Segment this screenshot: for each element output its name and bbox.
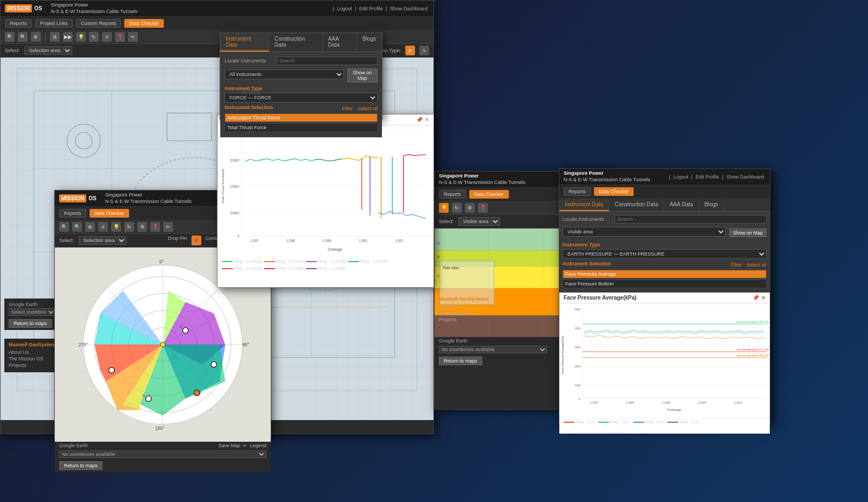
polar-zoombox-dropdown[interactable]: No zoomboxes available [59, 450, 266, 458]
right-refresh[interactable]: ↻ [452, 203, 462, 213]
main-projects-link[interactable]: Projects [9, 363, 59, 368]
right-mission-link[interactable]: The Mission OS [439, 310, 489, 316]
far-right-tab-construction[interactable]: Construction Data [609, 199, 664, 211]
main-return-btn[interactable]: Return to maps [9, 319, 52, 328]
legend-color-0 [222, 261, 233, 262]
zoom-out-icon[interactable]: 🔍 [18, 32, 28, 42]
bulb-icon[interactable]: 💡 [76, 32, 86, 42]
polar-tab-reports[interactable]: Reports [59, 209, 86, 218]
pin-icon[interactable]: 📌 [416, 117, 423, 123]
instrument-selection-title: Instrument Selection [225, 105, 273, 110]
far-right-locate-label: Locate Instruments [563, 217, 611, 222]
right-area-dropdown[interactable]: Visible area [458, 217, 500, 226]
polar-legend[interactable]: Legend [250, 443, 266, 448]
marker-icon[interactable]: 📍 [115, 32, 125, 42]
polar-fit[interactable]: ⊕ [85, 222, 95, 232]
svg-text:200: 200 [575, 365, 581, 368]
polar-edit[interactable]: ✏ [163, 222, 173, 232]
instrument-item-0[interactable]: Articulation Thrust Force [225, 113, 378, 122]
far-right-close-icon[interactable]: ✕ [761, 295, 765, 301]
sidebar-select-zoombox[interactable]: Select zoombox [9, 308, 59, 316]
close-chart-icon[interactable]: ✕ [425, 117, 429, 123]
sidebar-google-earth[interactable]: Google Earth [9, 302, 59, 307]
selection-dropdown[interactable]: Selection area [24, 46, 72, 55]
window-chart: Articulation Thrust Force(kN),Total Thru… [217, 114, 434, 288]
tab-construction-data[interactable]: Construction Data [269, 33, 323, 52]
polar-selection-dropdown[interactable]: Selection area [79, 236, 126, 245]
far-right-pin-icon[interactable]: 📌 [752, 295, 759, 301]
search-input[interactable] [277, 56, 378, 65]
right-zoombox-dropdown[interactable]: No zoomboxes available [439, 346, 547, 353]
polar-bulb[interactable]: 💡 [111, 222, 121, 232]
svg-point-61 [109, 367, 114, 373]
right-marker[interactable]: 📍 [478, 203, 488, 213]
far-right-select-all[interactable]: Select all [746, 262, 767, 268]
right-settings[interactable]: ⚙ [465, 203, 475, 213]
far-right-legend-0: Ring : 1120 [564, 420, 595, 424]
polar-pin[interactable]: 📍 [150, 222, 160, 232]
locate-label: Locate Instruments [225, 58, 273, 63]
copy-icon[interactable]: ⧉ [50, 32, 60, 42]
far-right-show-map-btn[interactable]: Show on Map [729, 228, 767, 237]
polar-drop-pin-icon[interactable]: 📌 [192, 236, 201, 245]
right-bulb[interactable]: 💡 [439, 203, 449, 213]
edit-icon[interactable]: ✏ [128, 32, 138, 42]
svg-text:100: 100 [575, 384, 581, 387]
right-about-link[interactable]: About Us [439, 304, 489, 309]
show-on-map-btn[interactable]: Show on Map [347, 68, 378, 82]
polar-settings[interactable]: ⚙ [137, 222, 147, 232]
tab-aaa-data[interactable]: AAA Data [323, 33, 357, 52]
far-right-data-checker[interactable]: Data Checker [594, 187, 634, 196]
polar-save-map[interactable]: Save Map [218, 443, 240, 448]
layers-icon[interactable]: ≡ [102, 32, 112, 42]
far-right-inst-type-dropdown[interactable]: EARTH PRESSURE — EARTH PRESSURE [563, 249, 767, 259]
tab-data-checker[interactable]: Data Checker [124, 19, 164, 28]
polar-return-btn[interactable]: Return to maps [59, 461, 103, 470]
right-return-btn[interactable]: Return to maps [439, 357, 482, 365]
far-right-tab-aaa[interactable]: AAA Data [664, 199, 699, 211]
polar-zoom-in[interactable]: 🔍 [59, 222, 69, 232]
instrument-item-1[interactable]: Total Thrust Force [225, 123, 378, 132]
map-type-s-icon[interactable]: S [419, 46, 429, 55]
main-about-link[interactable]: About Us [9, 350, 59, 355]
right-projects-link[interactable]: Projects [439, 317, 489, 322]
polar-zoom-out[interactable]: 🔍 [72, 222, 82, 232]
select-all-link[interactable]: Select all [358, 106, 378, 111]
zoom-fit-icon[interactable]: ⊕ [31, 32, 41, 42]
arrow-icon[interactable]: ▶▶ [63, 32, 73, 42]
far-right-visible-dropdown[interactable]: Visible area [563, 227, 726, 237]
polar-select-zoombox: No zoomboxes available [55, 449, 271, 459]
right-tab-reports[interactable]: Reports [439, 190, 466, 199]
far-right-dashboard[interactable]: Show Dashboard [726, 174, 764, 180]
right-tab-data-checker[interactable]: Data Checker [469, 190, 509, 199]
show-dashboard-link[interactable]: Show Dashboard [390, 6, 427, 11]
main-zoombox-select[interactable]: Select zoombox [9, 308, 56, 316]
far-right-edit[interactable]: Edit Profile [695, 174, 719, 180]
polar-refresh[interactable]: ↻ [124, 222, 134, 232]
refresh-icon[interactable]: ↻ [89, 32, 99, 42]
tab-instrument-data[interactable]: Instrument Data [220, 33, 269, 52]
far-right-reports[interactable]: Reports [564, 187, 591, 196]
far-right-inst-item-1[interactable]: Face Pressure Bottom [563, 279, 767, 288]
far-right-tab-instrument[interactable]: Instrument Data [559, 199, 609, 211]
tab-blogs[interactable]: Blogs [357, 33, 382, 52]
main-mission-link[interactable]: The Mission OS [9, 356, 59, 361]
tab-project-links[interactable]: Project Links [35, 19, 73, 28]
far-right-logout[interactable]: Logout [673, 174, 688, 180]
tab-reports[interactable]: Reports [5, 19, 32, 28]
logout-link[interactable]: Logout [337, 6, 352, 11]
all-instruments-dropdown[interactable]: All instruments [225, 69, 344, 79]
far-right-inst-item-0[interactable]: Face Pressure Average [563, 270, 767, 278]
polar-tab-data-checker[interactable]: Data Checker [90, 209, 129, 218]
far-right-filter[interactable]: Filter [731, 262, 742, 268]
far-right-tab-blogs[interactable]: Blogs [699, 199, 724, 211]
instrument-type-dropdown[interactable]: FORCE — FORCE [225, 93, 378, 103]
zoom-in-icon[interactable]: 🔍 [5, 32, 15, 42]
tab-custom-reports[interactable]: Custom Reports [76, 19, 121, 28]
map-type-icon[interactable]: B [405, 46, 415, 55]
polar-select-label: Select: [59, 238, 74, 243]
far-right-search[interactable] [615, 215, 767, 224]
edit-profile-link[interactable]: Edit Profile [359, 6, 383, 11]
polar-layers[interactable]: ≡ [98, 222, 108, 232]
filter-link[interactable]: Filter [342, 106, 353, 111]
